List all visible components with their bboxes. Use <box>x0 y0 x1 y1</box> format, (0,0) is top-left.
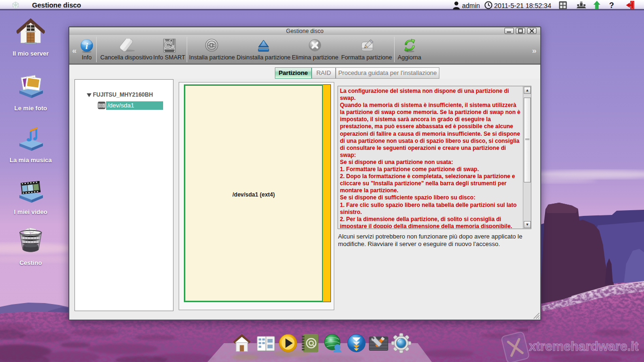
svg-text:i: i <box>85 41 88 51</box>
